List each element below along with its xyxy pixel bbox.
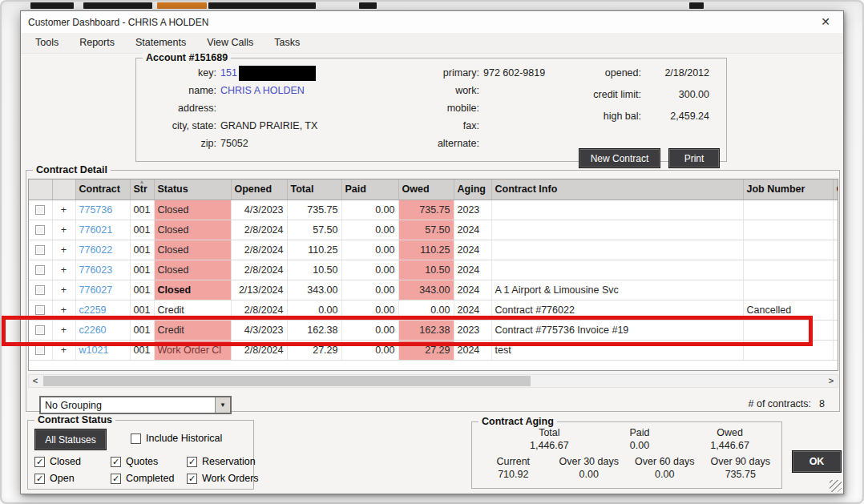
table-row-776023[interactable]: +776023001Closed2/8/202410.500.0010.5020… (29, 260, 838, 280)
cell-opened: 2/8/2024 (231, 300, 287, 320)
contract-number-link[interactable]: 776022 (75, 240, 130, 260)
expand-row-button[interactable]: + (52, 220, 75, 240)
menu-item-tasks[interactable]: Tasks (264, 33, 310, 53)
table-row-c2259[interactable]: +c2259001Credit2/8/20240.000.000.002024C… (29, 300, 838, 320)
contract-number-link[interactable]: 776027 (75, 280, 130, 300)
scroll-left-icon[interactable]: < (29, 375, 42, 387)
menu-item-statements[interactable]: Statements (125, 33, 196, 53)
expand-row-button[interactable]: + (52, 320, 75, 340)
print-button[interactable]: Print (668, 148, 720, 168)
scrollbar-thumb[interactable] (43, 376, 531, 386)
checkbox-checked-icon[interactable]: ✓ (111, 474, 121, 484)
cell-total: 27.29 (287, 340, 341, 360)
column-header-str[interactable]: ▲Str (130, 179, 154, 200)
column-header-opened[interactable]: Opened (231, 179, 287, 200)
column-header-aging[interactable]: Aging (454, 179, 491, 200)
row-checkbox[interactable] (35, 265, 45, 275)
field-label: credit limit: (569, 89, 641, 100)
status-checkbox-label: Open (50, 473, 75, 484)
horizontal-scrollbar[interactable]: < > (28, 374, 838, 388)
checkbox-unchecked-icon[interactable] (131, 433, 141, 444)
scroll-right-icon[interactable]: > (825, 375, 838, 387)
column-header-contract-info[interactable]: Contract Info (491, 179, 743, 200)
expand-row-button[interactable]: + (52, 340, 75, 360)
cell-paid: 0.00 (341, 200, 398, 220)
contract-number-link[interactable]: c2259 (75, 300, 130, 320)
expand-row-button[interactable]: + (52, 240, 75, 260)
contract-number-link[interactable]: 776021 (75, 220, 130, 240)
account-groupbox: Account #151689 key:151name:CHRIS A HOLD… (135, 58, 727, 162)
table-row-776022[interactable]: +776022001Closed2/8/2024110.250.00110.25… (29, 240, 838, 260)
column-header-blank[interactable] (52, 179, 75, 200)
menu-item-reports[interactable]: Reports (69, 33, 125, 53)
table-row-776021[interactable]: +776021001Closed2/8/202457.500.0057.5020… (29, 220, 838, 240)
checkbox-checked-icon[interactable]: ✓ (34, 474, 45, 484)
column-header-c[interactable]: C (833, 179, 838, 200)
aging-paid: Paid0.00 (595, 427, 685, 451)
status-checkbox-reservation[interactable]: ✓Reservation (187, 456, 259, 467)
column-header-status[interactable]: Status (154, 179, 231, 200)
expand-row-button[interactable]: + (52, 300, 75, 320)
expand-row-button[interactable]: + (52, 280, 75, 300)
grouping-dropdown[interactable]: No Grouping ▼ (39, 396, 232, 414)
column-header-paid[interactable]: Paid (341, 179, 398, 200)
checkbox-checked-icon[interactable]: ✓ (34, 457, 45, 467)
table-row-c2260[interactable]: +c2260001Credit4/3/2023162.380.00162.382… (29, 320, 838, 340)
status-checkbox-quotes[interactable]: ✓Quotes (111, 456, 187, 467)
contract-number-link[interactable]: w1021 (75, 340, 130, 360)
cell (29, 260, 52, 280)
status-checkbox-open[interactable]: ✓Open (34, 473, 111, 484)
cell-extra (833, 340, 838, 360)
aging-value: 0.00 (627, 469, 703, 480)
row-checkbox[interactable] (35, 345, 45, 355)
table-row-w1021[interactable]: +w1021001Work Order Cl2/8/202427.290.002… (29, 340, 838, 360)
resize-grip-icon[interactable] (830, 480, 842, 492)
cell (29, 240, 52, 260)
checkbox-checked-icon[interactable]: ✓ (187, 457, 197, 467)
status-checkbox-closed[interactable]: ✓Closed (34, 456, 111, 467)
column-header-owed[interactable]: Owed (398, 179, 454, 200)
cell-extra (833, 200, 838, 220)
new-contract-button[interactable]: New Contract (579, 148, 660, 168)
contract-number-link[interactable]: c2260 (75, 320, 130, 340)
ok-button[interactable]: OK (792, 450, 842, 473)
column-header-total[interactable]: Total (287, 179, 341, 200)
column-header-job-number[interactable]: Job Number (743, 179, 833, 200)
all-statuses-button[interactable]: All Statuses (34, 429, 107, 450)
column-header-contract[interactable]: Contract (75, 179, 130, 200)
checkbox-checked-icon[interactable]: ✓ (111, 457, 121, 467)
include-historical-checkbox[interactable]: Include Historical (131, 433, 222, 444)
checkbox-checked-icon[interactable]: ✓ (187, 474, 197, 484)
field-value: CHRIS A HOLDEN (220, 85, 305, 96)
row-checkbox[interactable] (35, 225, 45, 235)
cell-paid: 0.00 (341, 240, 398, 260)
row-checkbox[interactable] (35, 285, 45, 295)
row-checkbox[interactable] (35, 245, 45, 255)
chevron-down-icon[interactable]: ▼ (215, 397, 230, 413)
column-header-blank[interactable] (29, 179, 52, 200)
cell-aging: 2024 (454, 220, 491, 240)
cell-contract-info (491, 200, 743, 220)
cell-job-number (743, 220, 833, 240)
aging-label: Over 90 days (703, 456, 779, 467)
field-label: opened: (569, 67, 641, 79)
row-checkbox[interactable] (35, 205, 45, 215)
menu-item-view-calls[interactable]: View Calls (196, 33, 264, 53)
row-checkbox[interactable] (35, 305, 45, 315)
table-row-776027[interactable]: +776027001Closed2/13/2024343.000.00343.0… (29, 280, 838, 300)
status-checkbox-work-orders[interactable]: ✓Work Orders (187, 473, 259, 484)
expand-row-button[interactable]: + (52, 200, 75, 220)
expand-row-button[interactable]: + (52, 260, 75, 280)
close-icon[interactable]: ✕ (821, 15, 830, 28)
contract-number-link[interactable]: 776023 (75, 260, 130, 280)
contract-number-link[interactable]: 775736 (75, 200, 130, 220)
aging-total: Total1,446.67 (504, 427, 595, 451)
cell-extra (833, 280, 838, 300)
table-row-775736[interactable]: +775736001Closed4/3/2023735.750.00735.75… (29, 200, 838, 220)
cell-total: 57.50 (287, 220, 341, 240)
cell-extra (833, 300, 838, 320)
status-checkbox-completed[interactable]: ✓Completed (111, 473, 187, 484)
row-checkbox[interactable] (35, 325, 45, 335)
contracts-table: Contract▲StrStatusOpenedTotalPaidOwedAgi… (29, 179, 838, 361)
menu-item-tools[interactable]: Tools (25, 33, 69, 53)
